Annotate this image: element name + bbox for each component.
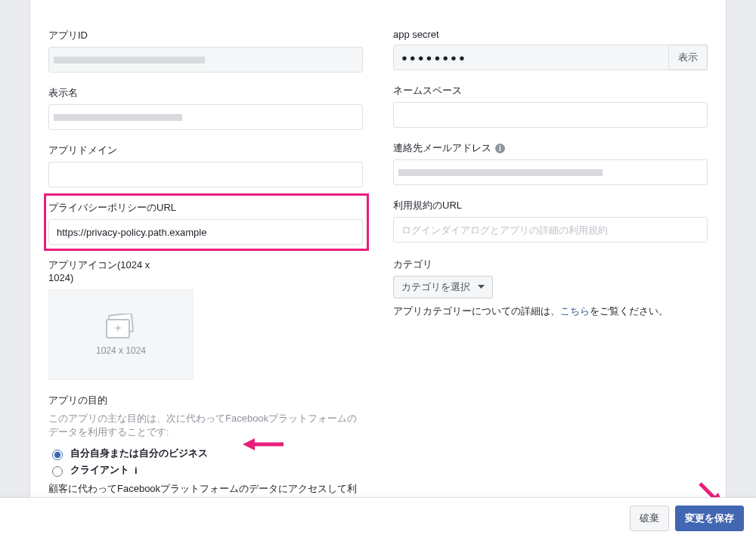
field-app-domain: アプリドメイン [48,144,363,187]
field-app-icon: アプリアイコン(1024 x 1024) + 1024 x 1024 [48,258,363,380]
field-app-secret: app secret ●●●●●●●● 表示 [393,29,708,70]
radio-self[interactable] [52,450,63,460]
info-icon: i [495,144,505,153]
tos-url-input[interactable] [393,217,708,243]
radio-self-row[interactable]: 自分自身または自分のビジネス [48,447,363,460]
category-select-label: カテゴリを選択 [401,280,470,294]
settings-card: アプリID 表示名 アプリドメイン プライバシーポリシーのURL [29,0,727,538]
app-domain-input[interactable] [48,162,363,187]
right-column: app secret ●●●●●●●● 表示 ネームスペース 連絡先メールアドレ… [393,29,708,526]
app-id-value [48,47,363,73]
app-id-label: アプリID [48,29,363,42]
field-tos-url: 利用規約のURL [393,199,708,243]
svg-text:+: + [115,322,121,334]
app-secret-value: ●●●●●●●● [393,45,669,70]
chevron-down-icon [478,285,485,289]
save-button[interactable]: 変更を保存 [675,506,744,531]
app-icon-dim: 1024 x 1024 [96,345,146,356]
tos-url-label: 利用規約のURL [393,199,708,212]
namespace-label: ネームスペース [393,84,708,97]
field-app-id: アプリID [48,29,363,73]
category-select[interactable]: カテゴリを選択 [393,276,493,298]
app-purpose-label: アプリの目的 [48,394,363,407]
show-secret-button[interactable]: 表示 [669,45,708,70]
radio-client-label: クライアント [70,463,129,477]
privacy-url-label: プライバシーポリシーのURL [48,201,363,215]
namespace-input[interactable] [393,102,708,128]
app-domain-label: アプリドメイン [48,144,363,157]
category-desc: アプリカテゴリーについての詳細は、こちらをご覧ください。 [393,305,708,318]
info-icon: i [135,465,138,476]
radio-self-label: 自分自身または自分のビジネス [70,447,208,460]
field-category: カテゴリ カテゴリを選択 アプリカテゴリーについての詳細は、こちらをご覧ください… [393,258,708,318]
field-contact-email: 連絡先メールアドレス i [393,141,708,185]
field-privacy-url: プライバシーポリシーのURL [48,201,363,245]
app-icon-label: アプリアイコン(1024 x 1024) [48,258,177,283]
discard-button[interactable]: 破棄 [630,506,669,531]
app-purpose-desc: このアプリの主な目的は、次に代わってFacebookプラットフォームのデータを利… [48,412,363,439]
footer-bar: 破棄 変更を保存 [0,497,756,538]
radio-client[interactable] [52,466,63,477]
field-namespace: ネームスペース [393,84,708,128]
two-column-layout: アプリID 表示名 アプリドメイン プライバシーポリシーのURL [48,29,708,526]
category-link[interactable]: こちら [560,305,590,317]
contact-email-label: 連絡先メールアドレス i [393,141,708,155]
images-icon: + [104,314,138,341]
app-secret-label: app secret [393,29,708,40]
category-label: カテゴリ [393,258,708,271]
left-column: アプリID 表示名 アプリドメイン プライバシーポリシーのURL [48,29,363,526]
contact-email-input[interactable] [393,159,708,185]
display-name-label: 表示名 [48,86,363,100]
privacy-url-input[interactable] [48,219,363,245]
field-display-name: 表示名 [48,86,363,130]
display-name-input[interactable] [48,104,363,130]
radio-client-row[interactable]: クライアント i [48,463,363,477]
app-icon-upload[interactable]: + 1024 x 1024 [48,289,194,380]
